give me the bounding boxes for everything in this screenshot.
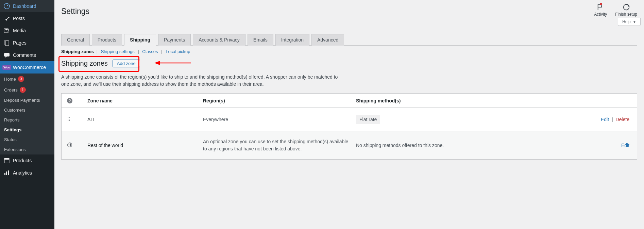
- col-regions: Region(s): [203, 98, 356, 103]
- count-badge: 3: [18, 76, 24, 82]
- zone-name: ALL: [87, 117, 203, 122]
- zone-region: An optional zone you can use to set the …: [203, 138, 356, 152]
- svg-point-2: [7, 29, 9, 31]
- media-icon: [3, 27, 10, 34]
- delete-link[interactable]: Delete: [616, 117, 629, 122]
- shipping-zones-heading: Shipping zones: [61, 60, 108, 67]
- subnav-current: Shipping zones: [61, 49, 94, 54]
- sidebar-item-label: Analytics: [13, 170, 32, 176]
- table-row: ⠿ ALL Everywhere Flat rate Edit | Delete: [62, 108, 637, 131]
- table-row: Rest of the world An optional zone you c…: [62, 131, 637, 159]
- add-zone-button[interactable]: Add zone: [113, 60, 140, 67]
- page-icon: [3, 39, 10, 46]
- svg-rect-8: [6, 171, 7, 175]
- subnav-shipping-settings[interactable]: Shipping settings: [101, 49, 135, 54]
- table-header: ? Zone name Region(s) Shipping method(s): [62, 94, 637, 108]
- sidebar-item-woocommerce[interactable]: Woo WooCommerce: [0, 61, 54, 73]
- tab-general[interactable]: General: [61, 34, 90, 46]
- subnav-local-pickup[interactable]: Local pickup: [166, 49, 190, 54]
- help-column-icon[interactable]: ?: [67, 98, 87, 103]
- sub-item-label: Extensions: [4, 147, 26, 152]
- sidebar-item-posts[interactable]: Posts: [0, 12, 54, 24]
- caret-down-icon: ▼: [633, 20, 636, 24]
- sub-item-settings[interactable]: Settings: [0, 125, 54, 135]
- sub-item-status[interactable]: Status: [0, 135, 54, 145]
- woocommerce-icon: Woo: [3, 64, 10, 71]
- sub-item-reports[interactable]: Reports: [0, 115, 54, 125]
- zone-name: Rest of the world: [87, 143, 203, 148]
- row-actions: Edit | Delete: [485, 117, 631, 122]
- svg-rect-4: [5, 41, 9, 46]
- sidebar-item-products[interactable]: Products: [0, 154, 54, 167]
- row-actions: Edit: [485, 143, 631, 148]
- tab-shipping[interactable]: Shipping: [124, 34, 156, 46]
- sub-item-label: Reports: [4, 117, 20, 122]
- admin-sidebar: Dashboard Posts Media Pages Comments: [0, 0, 54, 229]
- svg-rect-6: [4, 158, 9, 160]
- sidebar-item-label: Posts: [13, 16, 25, 21]
- main-content: Settings Activity Finish setup: [54, 0, 644, 229]
- svg-rect-9: [8, 170, 9, 175]
- tab-accounts-privacy[interactable]: Accounts & Privacy: [193, 34, 245, 46]
- woocommerce-submenu: Home 3 Orders 1 Deposit Payments Custome…: [0, 73, 54, 154]
- count-badge: 1: [20, 87, 26, 93]
- icon-label: Activity: [594, 12, 607, 17]
- sub-item-label: Deposit Payments: [4, 98, 40, 103]
- tab-integration[interactable]: Integration: [275, 34, 309, 46]
- sidebar-item-label: Products: [13, 158, 32, 163]
- col-methods: Shipping method(s): [356, 98, 485, 103]
- zones-description: A shipping zone consists of the region(s…: [61, 73, 340, 88]
- zone-methods: No shipping methods offered to this zone…: [356, 143, 485, 148]
- pin-icon: [3, 15, 10, 22]
- products-icon: [3, 157, 10, 164]
- sub-item-home[interactable]: Home 3: [0, 73, 54, 84]
- sub-item-label: Customers: [4, 108, 26, 113]
- sidebar-item-dashboard[interactable]: Dashboard: [0, 0, 54, 12]
- sub-item-customers[interactable]: Customers: [0, 105, 54, 115]
- sub-item-extensions[interactable]: Extensions: [0, 145, 54, 154]
- zone-methods: Flat rate: [356, 115, 485, 124]
- sidebar-item-pages[interactable]: Pages: [0, 37, 54, 49]
- col-zone-name: Zone name: [87, 98, 203, 103]
- drag-handle-icon[interactable]: ⠿: [67, 117, 87, 122]
- method-tag: Flat rate: [356, 115, 380, 124]
- sub-item-label: Home: [4, 77, 16, 82]
- sidebar-item-media[interactable]: Media: [0, 24, 54, 37]
- flag-icon: [597, 3, 604, 12]
- sidebar-item-label: Dashboard: [13, 3, 36, 9]
- tab-payments[interactable]: Payments: [158, 34, 191, 46]
- sidebar-item-analytics[interactable]: Analytics: [0, 167, 54, 179]
- activity-button[interactable]: Activity: [594, 3, 607, 17]
- help-tab-label: Help: [622, 19, 631, 24]
- finish-setup-button[interactable]: Finish setup: [615, 3, 637, 17]
- settings-tabs: General Products Shipping Payments Accou…: [61, 34, 637, 46]
- sidebar-item-label: Comments: [13, 52, 36, 58]
- edit-link[interactable]: Edit: [601, 117, 609, 122]
- sub-item-label: Settings: [4, 127, 21, 132]
- sidebar-item-comments[interactable]: Comments: [0, 49, 54, 61]
- tab-emails[interactable]: Emails: [248, 34, 273, 46]
- sidebar-item-label: WooCommerce: [13, 65, 46, 70]
- shipping-zones-table: ? Zone name Region(s) Shipping method(s)…: [61, 93, 637, 160]
- tab-products[interactable]: Products: [92, 34, 122, 46]
- svg-marker-12: [154, 61, 160, 65]
- progress-circle-icon: [623, 3, 630, 12]
- zone-region: Everywhere: [203, 117, 356, 122]
- comment-icon: [3, 52, 10, 59]
- analytics-icon: [3, 169, 10, 176]
- sub-item-deposit-payments[interactable]: Deposit Payments: [0, 95, 54, 105]
- sub-item-label: Orders: [4, 87, 18, 93]
- tab-advanced[interactable]: Advanced: [311, 34, 344, 46]
- globe-icon: [67, 142, 87, 149]
- subnav-classes[interactable]: Classes: [142, 49, 158, 54]
- page-title: Settings: [61, 3, 594, 16]
- svg-rect-7: [4, 173, 5, 175]
- dashboard-icon: [3, 3, 10, 10]
- sidebar-item-label: Media: [13, 28, 26, 33]
- shipping-subnav: Shipping zones | Shipping settings | Cla…: [61, 49, 637, 54]
- sub-item-label: Status: [4, 137, 17, 142]
- help-tab[interactable]: Help ▼: [618, 18, 641, 26]
- arrow-annotation-icon: [154, 60, 192, 67]
- edit-link[interactable]: Edit: [621, 143, 629, 148]
- sub-item-orders[interactable]: Orders 1: [0, 84, 54, 95]
